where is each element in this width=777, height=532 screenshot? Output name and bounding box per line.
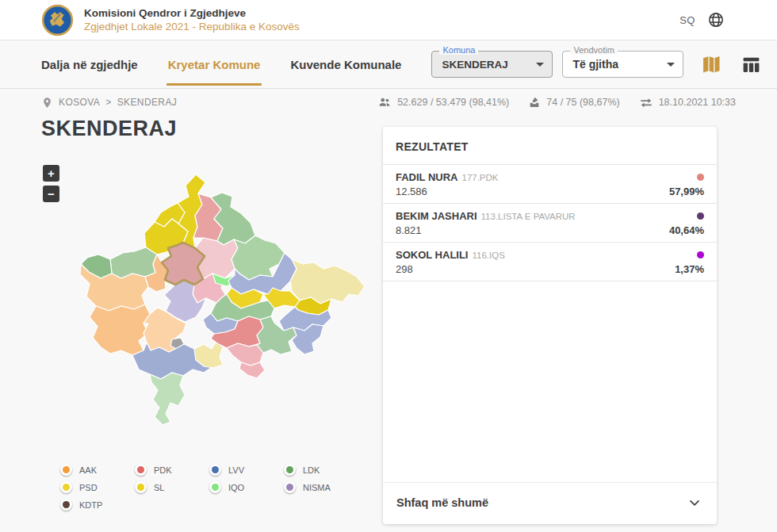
candidate-row[interactable]: SOKOL HALILI 116.IQS 298 1,37% — [383, 243, 717, 281]
tab-kryetar-komune[interactable]: Kryetar Komune — [168, 40, 261, 88]
legend-party-label: KDTP — [79, 500, 102, 510]
legend-party-dot — [135, 481, 147, 493]
legend-item: LDK — [284, 464, 358, 476]
globe-icon[interactable] — [707, 11, 725, 29]
map-region[interactable] — [239, 362, 265, 378]
candidate-percent: 1,37% — [675, 263, 704, 275]
turnout-value: 52.629 / 53.479 (98,41%) — [397, 97, 509, 108]
legend-item: SL — [135, 481, 209, 493]
kosovo-municipalities-map[interactable] — [75, 171, 370, 434]
legend-item: PDK — [135, 464, 209, 476]
legend-party-label: IQO — [228, 483, 244, 492]
legend-party-label: LDK — [303, 465, 320, 475]
legend-item: IQO — [209, 481, 284, 493]
app-header: Komisioni Qendror i Zgjedhjeve Zgjedhjet… — [0, 0, 777, 40]
turnout-stat: 52.629 / 53.479 (98,41%) — [377, 95, 509, 109]
app-title: Komisioni Qendror i Zgjedhjeve — [84, 6, 300, 20]
candidate-row[interactable]: FADIL NURA 177.PDK 12.586 57,99% — [383, 165, 717, 204]
legend-party-label: AAK — [79, 465, 97, 475]
zoom-out-button[interactable]: − — [43, 186, 59, 202]
legend-party-dot — [60, 464, 72, 476]
map-region[interactable] — [290, 259, 365, 304]
app-subtitle: Zgjedhjet Lokale 2021 - Republika e Koso… — [84, 20, 300, 33]
breadcrumb-item-skenderaj: SKENDERAJ — [117, 97, 178, 108]
legend-item: AAK — [60, 464, 135, 476]
legend-party-label: LVV — [228, 465, 244, 475]
language-code[interactable]: SQ — [679, 14, 695, 26]
ballot-box-icon — [528, 96, 541, 109]
updated-stat: 18.10.2021 10:33 — [639, 95, 736, 109]
chevron-down-icon — [687, 495, 702, 511]
legend-item: NISMA — [284, 481, 358, 493]
legend-party-dot — [284, 464, 296, 476]
vendvotim-select-value: Të gjitha — [572, 58, 618, 71]
page-title: SKENDERAJ — [41, 117, 177, 141]
voters-icon — [377, 95, 392, 109]
candidate-color-dot — [697, 251, 704, 258]
breadcrumb-item-kosova[interactable]: KOSOVA — [59, 97, 100, 108]
map-zoom-controls: + − — [43, 165, 59, 202]
candidate-color-dot — [697, 212, 704, 220]
candidate-party: 113.LISTA E PAVARUR — [481, 212, 576, 221]
header-titles: Komisioni Qendror i Zgjedhjeve Zgjedhjet… — [84, 6, 300, 33]
dropdown-caret-icon — [536, 63, 544, 67]
location-pin-icon — [41, 97, 53, 109]
candidate-percent: 40,64% — [669, 224, 704, 236]
show-more-label: Shfaq më shumë — [396, 496, 488, 509]
results-title: REZULTATET — [383, 127, 717, 165]
breadcrumb-row: KOSOVA > SKENDERAJ 52.629 / 53.479 (98,4… — [0, 89, 777, 116]
komuna-select-value: SKENDERAJ — [442, 59, 507, 71]
candidate-party: 116.IQS — [472, 251, 504, 260]
updated-value: 18.10.2021 10:33 — [659, 97, 736, 108]
sync-arrows-icon — [639, 95, 653, 109]
counted-stat: 74 / 75 (98,67%) — [528, 96, 619, 109]
map-region[interactable] — [292, 324, 323, 354]
vendvotim-select-label: Vendvotim — [570, 45, 617, 55]
legend-party-dot — [135, 464, 147, 476]
legend-party-label: NISMA — [303, 483, 331, 492]
tab-kuvende-komunale[interactable]: Kuvende Komunale — [290, 40, 401, 88]
legend-party-dot — [209, 464, 221, 476]
candidate-row[interactable]: BEKIM JASHARI 113.LISTA E PAVARUR 8.821 … — [383, 204, 717, 243]
vendvotim-select[interactable]: Vendvotim Të gjitha — [562, 51, 683, 78]
tabs: Dalja në zgjedhje Kryetar Komune Kuvende… — [41, 40, 431, 88]
legend-party-label: SL — [154, 483, 164, 492]
legend-party-dot — [209, 481, 221, 493]
map-region[interactable] — [90, 304, 150, 355]
candidate-name: SOKOL HALILI — [396, 249, 468, 261]
candidate-votes: 8.821 — [396, 224, 422, 236]
candidate-color-dot — [697, 174, 704, 181]
candidate-percent: 57,99% — [669, 186, 704, 197]
table-view-icon[interactable] — [741, 55, 761, 75]
legend-party-dot — [60, 481, 72, 493]
election-results-page: Komisioni Qendror i Zgjedhjeve Zgjedhjet… — [0, 0, 777, 532]
legend-party-label: PDK — [154, 465, 172, 475]
stats: 52.629 / 53.479 (98,41%) 74 / 75 (98,67%… — [377, 95, 736, 109]
map-region[interactable] — [150, 373, 185, 425]
legend-item: LVV — [209, 464, 284, 476]
legend-item: KDTP — [60, 499, 135, 511]
breadcrumb-separator: > — [105, 97, 111, 108]
legend-party-dot — [60, 499, 72, 511]
legend-item: PSD — [60, 481, 135, 493]
candidate-votes: 298 — [396, 263, 413, 275]
komuna-select[interactable]: Komuna SKENDERAJ — [431, 51, 553, 78]
dropdown-caret-icon — [667, 63, 675, 67]
counted-value: 74 / 75 (98,67%) — [546, 97, 619, 108]
party-legend: AAK PDK LVV LDK PSD SL IQO NISMA KDTP — [60, 464, 358, 511]
nav-row: Dalja në zgjedhje Kryetar Komune Kuvende… — [0, 40, 777, 89]
tab-dalja-ne-zgjedhje[interactable]: Dalja në zgjedhje — [41, 40, 138, 88]
candidate-votes: 12.586 — [396, 186, 427, 197]
candidate-name: FADIL NURA — [396, 171, 457, 183]
show-more-button[interactable]: Shfaq më shumë — [383, 482, 717, 524]
kqz-logo-icon — [41, 4, 74, 36]
breadcrumb: KOSOVA > SKENDERAJ — [41, 97, 177, 109]
map-view-icon[interactable] — [702, 55, 722, 75]
candidate-party: 177.PDK — [461, 173, 498, 182]
zoom-in-button[interactable]: + — [43, 165, 59, 182]
legend-party-label: PSD — [79, 483, 98, 492]
candidate-name: BEKIM JASHARI — [396, 210, 477, 222]
legend-party-dot — [284, 481, 296, 493]
map-region[interactable] — [227, 343, 263, 366]
candidates-list: FADIL NURA 177.PDK 12.586 57,99% BEKIM J… — [383, 165, 717, 281]
